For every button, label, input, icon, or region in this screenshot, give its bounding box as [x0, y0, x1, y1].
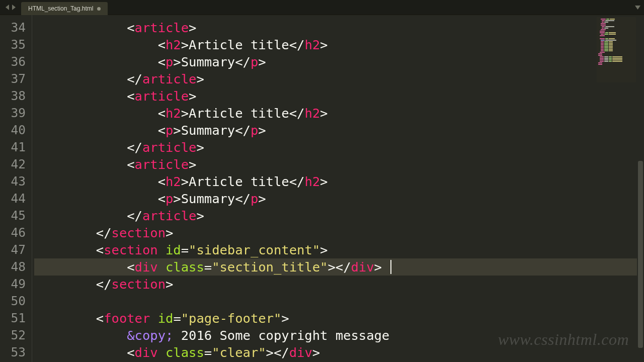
tab-prev-icon [6, 5, 10, 10]
tab-next-icon [11, 5, 16, 10]
minimap[interactable] [597, 17, 636, 82]
tab-overflow-button[interactable] [631, 0, 644, 15]
file-tab-label: HTML_section_Tag.html [28, 5, 93, 12]
svg-marker-1 [12, 5, 16, 10]
dirty-indicator-icon [97, 7, 101, 11]
tab-bar: HTML_section_Tag.html [0, 0, 644, 15]
code-content[interactable]: <article> <h2>Article title</h2> <p>Summ… [32, 15, 644, 362]
svg-marker-2 [635, 6, 640, 10]
vertical-scrollbar[interactable] [637, 15, 644, 362]
line-number-gutter: 3435363738394041424344454647484950515253 [0, 15, 32, 362]
code-editor[interactable]: 3435363738394041424344454647484950515253… [0, 15, 644, 362]
file-tab[interactable]: HTML_section_Tag.html [21, 2, 108, 15]
svg-marker-0 [6, 5, 9, 10]
tab-nav-arrows[interactable] [0, 0, 21, 15]
scrollbar-thumb[interactable] [638, 161, 643, 348]
chevron-down-icon [635, 6, 640, 10]
